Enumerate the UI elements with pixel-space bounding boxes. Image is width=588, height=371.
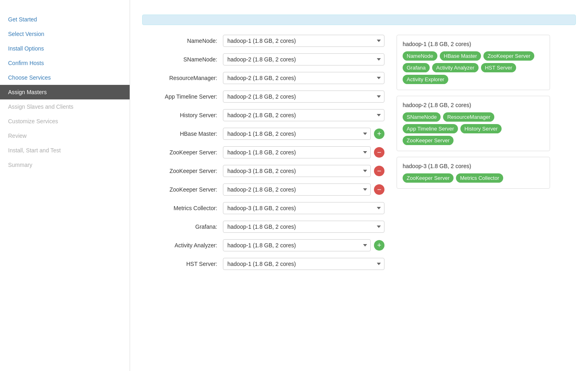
tag-history-server: History Server	[460, 124, 502, 133]
form-select-namenode[interactable]: hadoop-1 (1.8 GB, 2 cores)hadoop-2 (1.8 …	[223, 35, 384, 47]
form-row-activity-analyzer: Activity Analyzer:hadoop-1 (1.8 GB, 2 co…	[142, 239, 384, 251]
form-select-wrap-activity-analyzer: hadoop-1 (1.8 GB, 2 cores)hadoop-2 (1.8 …	[223, 239, 384, 251]
info-banner	[142, 15, 576, 25]
form-row-metrics-collector: Metrics Collector:hadoop-1 (1.8 GB, 2 co…	[142, 202, 384, 214]
form-select-zookeeper-server-3[interactable]: hadoop-1 (1.8 GB, 2 cores)hadoop-2 (1.8 …	[223, 183, 371, 196]
form-label-metrics-collector: Metrics Collector:	[142, 205, 223, 211]
form-select-app-timeline-server[interactable]: hadoop-1 (1.8 GB, 2 cores)hadoop-2 (1.8 …	[223, 91, 384, 103]
form-select-wrap-zookeeper-server-1: hadoop-1 (1.8 GB, 2 cores)hadoop-2 (1.8 …	[223, 146, 384, 158]
form-select-grafana[interactable]: hadoop-1 (1.8 GB, 2 cores)hadoop-2 (1.8 …	[223, 221, 384, 233]
form-row-hbase-master: HBase Master:hadoop-1 (1.8 GB, 2 cores)h…	[142, 128, 384, 140]
form-label-snamenode: SNameNode:	[142, 56, 223, 63]
form-select-wrap-namenode: hadoop-1 (1.8 GB, 2 cores)hadoop-2 (1.8 …	[223, 35, 384, 47]
form-label-hbase-master: HBase Master:	[142, 131, 223, 137]
assign-form: NameNode:hadoop-1 (1.8 GB, 2 cores)hadoo…	[142, 35, 576, 276]
form-label-namenode: NameNode:	[142, 38, 223, 44]
form-row-zookeeper-server-1: ZooKeeper Server:hadoop-1 (1.8 GB, 2 cor…	[142, 146, 384, 158]
form-select-wrap-hbase-master: hadoop-1 (1.8 GB, 2 cores)hadoop-2 (1.8 …	[223, 128, 384, 140]
form-select-wrap-zookeeper-server-2: hadoop-1 (1.8 GB, 2 cores)hadoop-2 (1.8 …	[223, 165, 384, 177]
remove-button-zookeeper-server-2[interactable]: −	[374, 166, 384, 176]
form-select-wrap-history-server: hadoop-1 (1.8 GB, 2 cores)hadoop-2 (1.8 …	[223, 109, 384, 121]
form-left: NameNode:hadoop-1 (1.8 GB, 2 cores)hadoo…	[142, 35, 384, 276]
form-row-history-server: History Server:hadoop-1 (1.8 GB, 2 cores…	[142, 109, 384, 121]
form-label-app-timeline-server: App Timeline Server:	[142, 93, 223, 100]
sidebar-item-get-started[interactable]: Get Started	[0, 12, 130, 27]
sidebar-item-review: Review	[0, 129, 130, 143]
tag-zookeeper-server: ZooKeeper Server	[403, 136, 454, 145]
form-label-zookeeper-server-2: ZooKeeper Server:	[142, 168, 223, 174]
sidebar-item-assign-masters[interactable]: Assign Masters	[0, 85, 130, 99]
form-select-snamenode[interactable]: hadoop-1 (1.8 GB, 2 cores)hadoop-2 (1.8 …	[223, 53, 384, 65]
tag-snamenode: SNameNode	[403, 112, 441, 122]
tag-app-timeline-server: App Timeline Server	[403, 124, 458, 133]
form-select-wrap-zookeeper-server-3: hadoop-1 (1.8 GB, 2 cores)hadoop-2 (1.8 …	[223, 183, 384, 196]
form-select-hbase-master[interactable]: hadoop-1 (1.8 GB, 2 cores)hadoop-2 (1.8 …	[223, 128, 371, 140]
tag-hbase-master: HBase Master	[440, 51, 481, 61]
form-select-history-server[interactable]: hadoop-1 (1.8 GB, 2 cores)hadoop-2 (1.8 …	[223, 109, 384, 121]
form-row-zookeeper-server-2: ZooKeeper Server:hadoop-1 (1.8 GB, 2 cor…	[142, 165, 384, 177]
form-select-wrap-hst-server: hadoop-1 (1.8 GB, 2 cores)hadoop-2 (1.8 …	[223, 258, 384, 270]
remove-button-zookeeper-server-1[interactable]: −	[374, 147, 384, 158]
form-select-hst-server[interactable]: hadoop-1 (1.8 GB, 2 cores)hadoop-2 (1.8 …	[223, 258, 384, 270]
tag-namenode: NameNode	[403, 51, 437, 61]
form-label-history-server: History Server:	[142, 112, 223, 118]
card-hadoop-1-title: hadoop-1 (1.8 GB, 2 cores)	[403, 41, 544, 47]
tag-resourcemanager: ResourceManager	[443, 112, 494, 122]
form-row-hst-server: HST Server:hadoop-1 (1.8 GB, 2 cores)had…	[142, 258, 384, 270]
sidebar-item-install-start-test: Install, Start and Test	[0, 143, 130, 158]
form-label-hst-server: HST Server:	[142, 261, 223, 267]
tag-activity-analyzer: Activity Analyzer	[432, 63, 479, 72]
form-label-zookeeper-server-3: ZooKeeper Server:	[142, 186, 223, 193]
form-row-resourcemanager: ResourceManager:hadoop-1 (1.8 GB, 2 core…	[142, 72, 384, 84]
form-label-resourcemanager: ResourceManager:	[142, 75, 223, 81]
sidebar-title	[0, 4, 130, 12]
form-select-wrap-resourcemanager: hadoop-1 (1.8 GB, 2 cores)hadoop-2 (1.8 …	[223, 72, 384, 84]
card-hadoop-1-tags: NameNodeHBase MasterZooKeeper ServerGraf…	[403, 51, 544, 84]
tag-metrics-collector: Metrics Collector	[456, 173, 503, 183]
form-select-zookeeper-server-2[interactable]: hadoop-1 (1.8 GB, 2 cores)hadoop-2 (1.8 …	[223, 165, 371, 177]
sidebar-item-install-options[interactable]: Install Options	[0, 41, 130, 56]
sidebar-item-confirm-hosts[interactable]: Confirm Hosts	[0, 56, 130, 70]
form-label-zookeeper-server-1: ZooKeeper Server:	[142, 149, 223, 156]
card-hadoop-3: hadoop-3 (1.8 GB, 2 cores)ZooKeeper Serv…	[397, 157, 550, 189]
remove-button-zookeeper-server-3[interactable]: −	[374, 184, 384, 195]
sidebar-item-choose-services[interactable]: Choose Services	[0, 70, 130, 85]
form-select-wrap-metrics-collector: hadoop-1 (1.8 GB, 2 cores)hadoop-2 (1.8 …	[223, 202, 384, 214]
card-hadoop-3-title: hadoop-3 (1.8 GB, 2 cores)	[403, 163, 544, 169]
form-row-zookeeper-server-3: ZooKeeper Server:hadoop-1 (1.8 GB, 2 cor…	[142, 183, 384, 196]
sidebar-item-assign-slaves: Assign Slaves and Clients	[0, 99, 130, 114]
form-row-snamenode: SNameNode:hadoop-1 (1.8 GB, 2 cores)hado…	[142, 53, 384, 65]
tag-grafana: Grafana	[403, 63, 430, 72]
sidebar-item-summary: Summary	[0, 158, 130, 172]
card-hadoop-3-tags: ZooKeeper ServerMetrics Collector	[403, 173, 544, 183]
card-hadoop-2: hadoop-2 (1.8 GB, 2 cores)SNameNodeResou…	[397, 96, 550, 151]
tag-hst-server: HST Server	[481, 63, 517, 72]
form-select-wrap-snamenode: hadoop-1 (1.8 GB, 2 cores)hadoop-2 (1.8 …	[223, 53, 384, 65]
form-select-activity-analyzer[interactable]: hadoop-1 (1.8 GB, 2 cores)hadoop-2 (1.8 …	[223, 239, 371, 251]
form-label-grafana: Grafana:	[142, 223, 223, 230]
add-button-hbase-master[interactable]: +	[374, 129, 384, 139]
card-hadoop-1: hadoop-1 (1.8 GB, 2 cores)NameNodeHBase …	[397, 35, 550, 90]
form-label-activity-analyzer: Activity Analyzer:	[142, 242, 223, 249]
form-row-app-timeline-server: App Timeline Server:hadoop-1 (1.8 GB, 2 …	[142, 91, 384, 103]
tag-zookeeper-server: ZooKeeper Server	[483, 51, 534, 61]
form-right: hadoop-1 (1.8 GB, 2 cores)NameNodeHBase …	[397, 35, 550, 276]
tag-activity-explorer: Activity Explorer	[403, 75, 448, 84]
sidebar: Get StartedSelect VersionInstall Options…	[0, 0, 130, 371]
sidebar-item-customize-services: Customize Services	[0, 114, 130, 129]
form-row-grafana: Grafana:hadoop-1 (1.8 GB, 2 cores)hadoop…	[142, 221, 384, 233]
form-row-namenode: NameNode:hadoop-1 (1.8 GB, 2 cores)hadoo…	[142, 35, 384, 47]
form-select-wrap-grafana: hadoop-1 (1.8 GB, 2 cores)hadoop-2 (1.8 …	[223, 221, 384, 233]
form-select-zookeeper-server-1[interactable]: hadoop-1 (1.8 GB, 2 cores)hadoop-2 (1.8 …	[223, 146, 371, 158]
card-hadoop-2-title: hadoop-2 (1.8 GB, 2 cores)	[403, 102, 544, 108]
form-select-metrics-collector[interactable]: hadoop-1 (1.8 GB, 2 cores)hadoop-2 (1.8 …	[223, 202, 384, 214]
card-hadoop-2-tags: SNameNodeResourceManagerApp Timeline Ser…	[403, 112, 544, 145]
form-select-resourcemanager[interactable]: hadoop-1 (1.8 GB, 2 cores)hadoop-2 (1.8 …	[223, 72, 384, 84]
main-content: NameNode:hadoop-1 (1.8 GB, 2 cores)hadoo…	[130, 0, 588, 371]
form-select-wrap-app-timeline-server: hadoop-1 (1.8 GB, 2 cores)hadoop-2 (1.8 …	[223, 91, 384, 103]
sidebar-item-select-version[interactable]: Select Version	[0, 27, 130, 41]
add-button-activity-analyzer[interactable]: +	[374, 240, 384, 251]
tag-zookeeper-server: ZooKeeper Server	[403, 173, 454, 183]
